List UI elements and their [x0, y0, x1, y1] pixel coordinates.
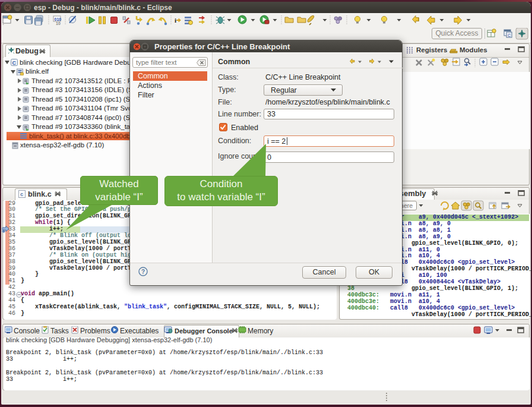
svg-text:C: C	[12, 60, 17, 66]
svg-text:C: C	[508, 33, 511, 37]
svg-text:10: 10	[56, 21, 61, 26]
svg-text:i: i	[175, 17, 176, 24]
svg-text:c: c	[20, 192, 23, 198]
svg-text:?: ?	[141, 269, 145, 275]
svg-text:010: 010	[55, 17, 62, 21]
